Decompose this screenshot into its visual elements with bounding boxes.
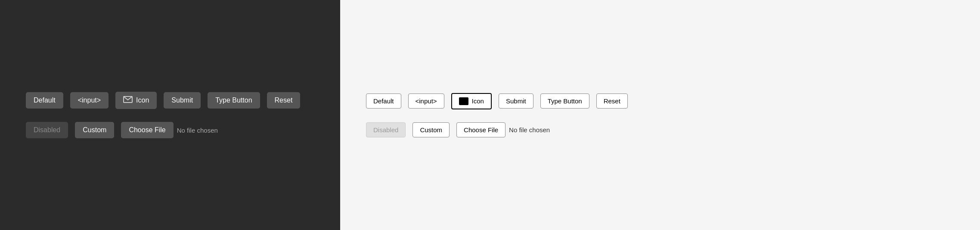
dark-icon-button[interactable]: Icon [115, 92, 157, 109]
dark-submit-button[interactable]: Submit [164, 92, 201, 109]
dark-default-label: Default [34, 96, 56, 104]
light-input-label: <input> [416, 97, 437, 105]
dark-no-file-text: No file chosen [177, 127, 218, 134]
light-reset-button[interactable]: Reset [596, 93, 628, 109]
dark-input-label: <input> [78, 96, 101, 104]
dark-row-2: Disabled Custom Choose File No file chos… [26, 122, 314, 138]
light-submit-button[interactable]: Submit [499, 93, 533, 109]
dark-disabled-label: Disabled [34, 126, 60, 134]
dark-type-button-label: Type Button [215, 96, 252, 104]
light-choose-file-label: Choose File [464, 126, 498, 134]
dark-type-button[interactable]: Type Button [208, 92, 260, 109]
dark-custom-button[interactable]: Custom [75, 122, 114, 138]
light-disabled-button: Disabled [366, 122, 406, 137]
light-custom-label: Custom [420, 126, 442, 134]
light-default-label: Default [373, 97, 394, 105]
light-icon-button[interactable]: Icon [451, 93, 492, 109]
light-panel: Default <input> Icon Submit Type Button … [340, 0, 980, 230]
light-type-button-label: Type Button [548, 97, 582, 105]
light-reset-label: Reset [604, 97, 620, 105]
light-default-button[interactable]: Default [366, 93, 401, 109]
dark-icon-label: Icon [136, 96, 149, 104]
light-custom-button[interactable]: Custom [412, 122, 450, 137]
light-disabled-label: Disabled [373, 126, 398, 134]
light-no-file-text: No file chosen [509, 126, 550, 134]
dark-default-button[interactable]: Default [26, 92, 63, 109]
light-choose-file-button[interactable]: Choose File [456, 122, 506, 137]
dark-choose-file-label: Choose File [129, 126, 165, 134]
dark-file-input-group: Choose File No file chosen [121, 122, 217, 138]
light-icon-square [459, 97, 468, 105]
light-row-2: Disabled Custom Choose File No file chos… [366, 122, 954, 137]
dark-disabled-button: Disabled [26, 122, 68, 138]
light-row-1: Default <input> Icon Submit Type Button … [366, 93, 954, 109]
light-submit-label: Submit [506, 97, 526, 105]
light-type-button[interactable]: Type Button [540, 93, 589, 109]
dark-reset-button[interactable]: Reset [267, 92, 301, 109]
dark-panel: Default <input> Icon Submit Type Button … [0, 0, 340, 230]
envelope-icon [123, 96, 133, 105]
light-icon-label: Icon [472, 97, 484, 105]
dark-input-button[interactable]: <input> [70, 92, 109, 109]
dark-reset-label: Reset [275, 96, 293, 104]
dark-custom-label: Custom [83, 126, 106, 134]
light-file-input-group: Choose File No file chosen [456, 122, 550, 137]
dark-row-1: Default <input> Icon Submit Type Button … [26, 92, 314, 109]
dark-submit-label: Submit [171, 96, 193, 104]
dark-choose-file-button[interactable]: Choose File [121, 122, 173, 138]
light-input-button[interactable]: <input> [408, 93, 444, 109]
